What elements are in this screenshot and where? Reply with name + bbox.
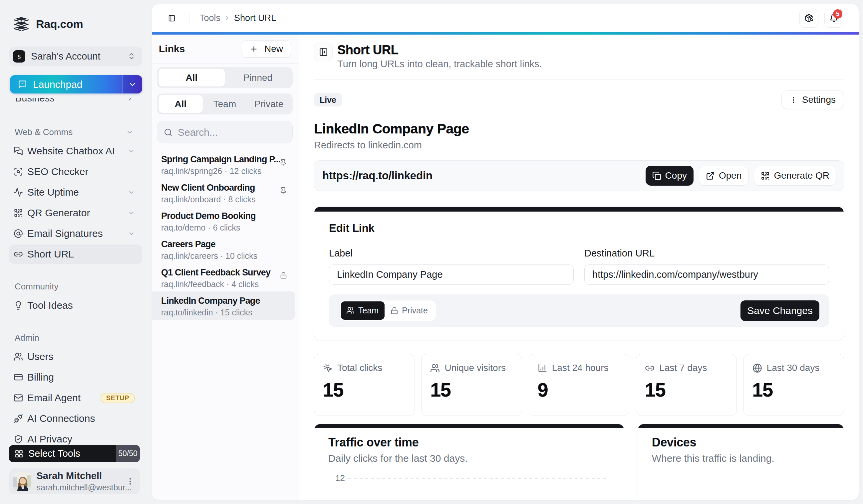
tool-subtitle: Turn long URLs into clean, trackable sho…	[337, 59, 542, 69]
users-icon	[14, 352, 23, 361]
link-item[interactable]: Spring Campaign Landing P... raq.link/sp…	[152, 150, 295, 178]
breadcrumb-section[interactable]: Tools	[199, 13, 221, 23]
tab-visibility-all[interactable]: All	[159, 95, 203, 113]
launchpad-expand-button[interactable]	[122, 75, 142, 93]
copy-button[interactable]: Copy	[646, 166, 693, 186]
lock-icon	[390, 307, 398, 314]
tab-visibility-private[interactable]: Private	[247, 95, 291, 113]
label-field-input[interactable]	[329, 264, 574, 285]
settings-button[interactable]: Settings	[781, 90, 844, 109]
stat-value: 15	[752, 379, 835, 401]
visibility-private-option[interactable]: Private	[385, 301, 435, 320]
sidebar-item-ai-connections[interactable]: AI Connections	[9, 409, 142, 428]
generate-qr-button-label: Generate QR	[774, 170, 829, 181]
sidebar-section-web-comms[interactable]: Web & Comms	[9, 126, 142, 138]
chevron-down-icon	[128, 148, 135, 155]
sidebar-item-tool-ideas[interactable]: Tool Ideas	[9, 296, 142, 315]
destination-field-label: Destination URL	[584, 248, 829, 259]
traffic-card-subtitle: Daily clicks for the last 30 days.	[328, 453, 610, 464]
sidebar-item-label: Tool Ideas	[27, 300, 73, 311]
link-icon	[645, 363, 654, 373]
chevron-down-icon	[128, 230, 135, 237]
save-changes-button[interactable]: Save Changes	[740, 300, 820, 321]
devices-card: Devices Where this traffic is landing.	[638, 424, 844, 500]
top-header: Tools Short URL 5	[152, 4, 859, 32]
new-link-button[interactable]: New	[242, 40, 291, 57]
breadcrumb-chevron-icon	[224, 15, 230, 21]
sidebar-item-email-signatures[interactable]: Email Signatures	[9, 224, 142, 243]
chevrons-up-down-icon	[127, 52, 136, 60]
destination-field-input[interactable]	[584, 264, 829, 285]
link-item[interactable]: Q1 Client Feedback Survey raq.link/feedb…	[152, 263, 295, 292]
sidebar-item-label: Email Agent	[27, 392, 80, 403]
sidebar-item-qr-generator[interactable]: QR Generator	[9, 203, 142, 222]
notification-count-badge: 5	[833, 9, 842, 18]
user-menu-icon[interactable]	[126, 477, 135, 486]
user-profile-card[interactable]: Sarah Mitchell sarah.mitchell@westbur...	[9, 468, 140, 494]
sidebar-section-label: Web & Comms	[15, 127, 73, 138]
link-item-title: Q1 Client Feedback Survey	[161, 267, 281, 279]
sidebar-item-ai-privacy[interactable]: AI Privacy	[9, 429, 142, 445]
short-url-text: https://raq.to/linkedin	[322, 169, 433, 182]
divider	[314, 79, 844, 79]
sidebar-item-users[interactable]: Users	[9, 347, 142, 366]
link-item-meta: raq.to/demo · 6 clicks	[161, 222, 281, 233]
copy-button-label: Copy	[665, 170, 687, 181]
label-field-label: Label	[329, 248, 574, 259]
user-email: sarah.mitchell@westbur...	[36, 483, 126, 492]
search-box[interactable]	[157, 121, 293, 143]
credit-card-icon	[14, 373, 23, 382]
sidebar-item-short-url[interactable]: Short URL	[9, 245, 142, 264]
tab-visibility-team[interactable]: Team	[203, 95, 247, 113]
sidebar-item-email-agent[interactable]: Email Agent SETUP	[9, 388, 142, 408]
brand-name: Raq.com	[36, 18, 83, 30]
visibility-team-option[interactable]: Team	[341, 301, 385, 320]
globe-icon	[752, 363, 762, 373]
user-name: Sarah Mitchell	[36, 470, 126, 481]
links-panel: Links New All Pinned All Team Private	[152, 35, 299, 500]
chevron-down-icon	[128, 210, 135, 217]
private-option-label: Private	[402, 306, 428, 315]
sidebar-item-label: AI Privacy	[27, 434, 72, 445]
y-axis-tick: 12	[328, 473, 345, 483]
package-search-icon	[804, 14, 813, 23]
open-button[interactable]: Open	[699, 166, 749, 186]
layout-grid-icon	[15, 450, 23, 458]
open-button-label: Open	[719, 170, 742, 181]
generate-qr-button[interactable]: Generate QR	[754, 166, 836, 186]
tool-icon-box	[314, 42, 333, 61]
save-button-label: Save Changes	[747, 305, 813, 316]
sidebar-group-business[interactable]: Business	[9, 98, 142, 106]
sidebar-item-label: SEO Checker	[27, 166, 88, 177]
sidebar-toggle-icon[interactable]	[168, 15, 175, 22]
sidebar-item-website-chatbox-ai[interactable]: Website Chatbox AI	[9, 141, 142, 161]
notifications-button[interactable]: 5	[824, 9, 843, 28]
sidebar-item-site-uptime[interactable]: Site Uptime	[9, 183, 142, 202]
stat-label: Last 24 hours	[552, 363, 609, 373]
account-name: Sarah's Account	[31, 51, 101, 62]
stat-card-total-clicks: Total clicks 15	[314, 354, 414, 416]
tab-pinned[interactable]: Pinned	[225, 69, 291, 87]
account-avatar: s	[13, 50, 25, 63]
link-item[interactable]: Careers Page raq.link/careers · 10 click…	[152, 235, 295, 263]
search-input[interactable]	[178, 127, 286, 138]
sidebar-item-seo-checker[interactable]: SEO Checker	[9, 162, 142, 181]
link-item-meta: raq.link/spring26 · 12 clicks	[161, 166, 281, 176]
link-item[interactable]: New Client Onboarding raq.link/onboard ·…	[152, 178, 295, 207]
ellipsis-vertical-icon	[790, 96, 797, 104]
sidebar-item-billing[interactable]: Billing	[9, 367, 142, 387]
link-item[interactable]: Product Demo Booking raq.to/demo · 6 cli…	[152, 207, 295, 235]
plus-icon	[250, 45, 258, 53]
launchpad-button[interactable]: Launchpad	[10, 75, 142, 93]
stat-label: Unique visitors	[445, 363, 506, 373]
link-list: Spring Campaign Landing P... raq.link/sp…	[152, 150, 299, 500]
tab-all[interactable]: All	[159, 69, 225, 87]
select-tools-button[interactable]: Select Tools 50/50	[9, 445, 140, 462]
link-item-selected[interactable]: LinkedIn Company Page raq.to/linkedin · …	[152, 292, 295, 320]
chevron-down-icon	[126, 129, 133, 136]
browse-tools-button[interactable]	[799, 9, 818, 28]
account-switcher[interactable]: s Sarah's Account	[9, 47, 142, 66]
users-icon	[430, 363, 440, 373]
settings-button-label: Settings	[802, 94, 836, 105]
traffic-chart: 12	[328, 473, 610, 483]
